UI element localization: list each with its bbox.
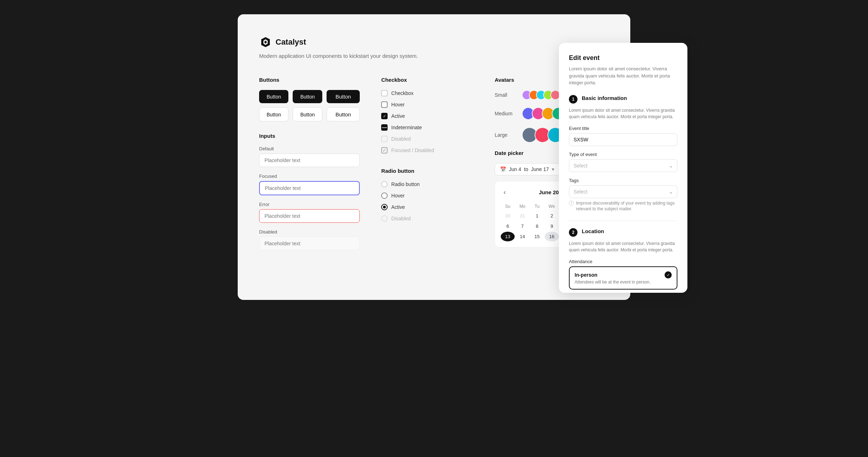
avatar-group-small: [522, 90, 560, 100]
cal-day-1[interactable]: 1: [530, 211, 544, 221]
buttons-section: Buttons Button Button Button Button Butt…: [259, 77, 360, 121]
range-to: to: [524, 166, 528, 172]
avatar-medium-label: Medium: [495, 111, 520, 116]
checkbox-disabled-label: Disabled: [391, 136, 410, 142]
cal-day-2[interactable]: 2: [545, 211, 559, 221]
catalyst-logo-icon: [259, 36, 272, 49]
type-of-event-select-wrapper: Select: [569, 159, 677, 172]
checkbox-disabled-box: [381, 136, 388, 142]
cal-day-8[interactable]: 8: [530, 221, 544, 231]
cal-day-16[interactable]: 16: [545, 232, 559, 241]
range-start: Jun 4: [509, 166, 521, 172]
input-error-label: Error: [259, 202, 360, 207]
type-of-event-select[interactable]: Select: [569, 159, 677, 172]
button-solid-lg[interactable]: Button: [327, 90, 360, 103]
radio-active-circle[interactable]: [381, 204, 388, 210]
event-title-input[interactable]: [569, 133, 677, 146]
cal-day-14[interactable]: 14: [515, 232, 529, 241]
checkbox-active-box[interactable]: ✓: [381, 113, 388, 119]
radio-item-hover: Hover: [381, 192, 473, 199]
info-icon: i: [569, 201, 574, 206]
cal-day-6[interactable]: 6: [501, 221, 515, 231]
event-title-field: Event title: [569, 126, 677, 146]
button-solid-md[interactable]: Button: [293, 90, 322, 103]
radio-active-label: Active: [391, 204, 405, 210]
col-2: Checkbox Checkbox Hover ✓ Active — Indet…: [381, 77, 473, 257]
tags-select-wrapper: Select: [569, 185, 677, 198]
panel-desc: Lorem ipsum dolor sit amet consectetur. …: [569, 65, 677, 86]
button-outline-sm[interactable]: Button: [259, 107, 288, 121]
input-focused-label: Focused: [259, 174, 360, 179]
checkbox-item-disabled: Disabled: [381, 136, 473, 142]
input-error-group: Error: [259, 202, 360, 223]
cal-header-we: We: [545, 202, 559, 210]
tags-select[interactable]: Select: [569, 185, 677, 198]
attendance-inperson-check: ✓: [665, 271, 672, 278]
checkbox-default-box[interactable]: [381, 90, 388, 96]
buttons-grid-bottom: Button Button Button: [259, 107, 360, 121]
checkbox-hover-label: Hover: [391, 102, 404, 107]
buttons-title: Buttons: [259, 77, 360, 83]
checkbox-focused-disabled-box: ✓: [381, 147, 388, 154]
inputs-title: Inputs: [259, 133, 360, 139]
range-end: June 17: [531, 166, 549, 172]
radio-section: Radio button Radio button Hover Active D…: [381, 168, 473, 222]
cal-day-31-prev[interactable]: 31: [515, 211, 529, 221]
col-1: Buttons Button Button Button Button Butt…: [259, 77, 360, 257]
checkbox-focused-disabled-label: Focused / Disabled: [391, 147, 434, 153]
cal-prev-button[interactable]: ‹: [501, 187, 509, 197]
button-outline-md[interactable]: Button: [293, 107, 322, 121]
radio-item-default: Radio button: [381, 181, 473, 187]
input-disabled: [259, 237, 360, 250]
attendance-inperson-card[interactable]: In-person ✓ Attendees will be at the eve…: [569, 266, 677, 290]
checkbox-active-label: Active: [391, 113, 405, 119]
checkbox-section: Checkbox Checkbox Hover ✓ Active — Indet…: [381, 77, 473, 154]
dropdown-icon: ▾: [552, 166, 554, 172]
checkbox-item-focused-disabled: ✓ Focused / Disabled: [381, 147, 473, 154]
cal-day-13[interactable]: 13: [501, 232, 515, 241]
main-card: Catalyst Modern application UI component…: [238, 14, 630, 300]
step-2-section: 2 Location Lorem ipsum dolor sit amet co…: [569, 228, 677, 293]
cal-day-30-prev[interactable]: 30: [501, 211, 515, 221]
date-range-bar[interactable]: 📅 Jun 4 to June 17 ▾: [495, 163, 560, 175]
input-focused-group: Focused: [259, 174, 360, 195]
tags-hint: i Improve discoverability of your event …: [569, 200, 677, 212]
attendance-inperson-desc: Attendees will be at the event in person…: [575, 280, 672, 285]
step-2-header: 2 Location: [569, 228, 677, 237]
inputs-section: Inputs Default Focused Error Disabled: [259, 133, 360, 250]
cal-header-tu: Tu: [530, 202, 544, 210]
tags-hint-text: Improve discoverability of your event by…: [576, 200, 677, 212]
cal-header-su: Su: [501, 202, 515, 210]
radio-title: Radio button: [381, 168, 473, 174]
input-disabled-group: Disabled: [259, 229, 360, 250]
checkbox-item-active: ✓ Active: [381, 113, 473, 119]
radio-hover-circle[interactable]: [381, 192, 388, 199]
avatar-small-label: Small: [495, 92, 520, 98]
step-1-desc: Lorem ipsum dolor sit amet consectetur. …: [569, 107, 677, 120]
tagline: Modern application UI components to kick…: [259, 53, 609, 59]
step-1-section: 1 Basic information Lorem ipsum dolor si…: [569, 95, 677, 212]
cal-day-9[interactable]: 9: [545, 221, 559, 231]
attendance-options: In-person ✓ Attendees will be at the eve…: [569, 266, 677, 293]
checkbox-indeterminate-box[interactable]: —: [381, 124, 388, 131]
divider: [569, 221, 677, 221]
input-default[interactable]: [259, 154, 360, 167]
input-focused[interactable]: [259, 181, 360, 195]
step-2-desc: Lorem ipsum dolor sit amet consectetur. …: [569, 240, 677, 253]
button-solid-sm[interactable]: Button: [259, 90, 288, 103]
button-outline-lg[interactable]: Button: [327, 107, 360, 121]
step-2-title: Location: [582, 228, 604, 234]
buttons-grid-top: Button Button Button: [259, 90, 360, 103]
radio-hover-label: Hover: [391, 193, 404, 199]
radio-default-circle[interactable]: [381, 181, 388, 187]
checkbox-hover-box[interactable]: [381, 101, 388, 108]
side-panel: Edit event Lorem ipsum dolor sit amet co…: [559, 43, 687, 293]
type-of-event-field: Type of event Select: [569, 152, 677, 172]
radio-disabled-circle: [381, 215, 388, 222]
checkbox-item-hover: Hover: [381, 101, 473, 108]
content-grid: Buttons Button Button Button Button Butt…: [259, 77, 609, 257]
input-error[interactable]: [259, 209, 360, 223]
input-default-label: Default: [259, 146, 360, 151]
cal-day-15[interactable]: 15: [530, 232, 544, 241]
cal-day-7[interactable]: 7: [515, 221, 529, 231]
